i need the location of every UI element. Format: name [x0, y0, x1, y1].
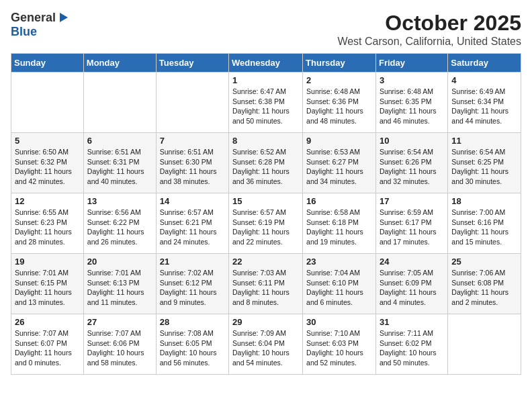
day-info: Sunrise: 7:08 AM Sunset: 6:05 PM Dayligh… [160, 328, 225, 368]
day-info: Sunrise: 7:00 AM Sunset: 6:16 PM Dayligh… [451, 208, 517, 247]
day-info: Sunrise: 6:56 AM Sunset: 6:22 PM Dayligh… [87, 208, 152, 247]
calendar-cell: 26Sunrise: 7:07 AM Sunset: 6:07 PM Dayli… [11, 314, 84, 375]
day-info: Sunrise: 6:48 AM Sunset: 6:35 PM Dayligh… [380, 87, 444, 126]
day-info: Sunrise: 6:48 AM Sunset: 6:36 PM Dayligh… [306, 87, 372, 126]
calendar-cell [448, 314, 521, 375]
logo-text-general: General [11, 11, 56, 25]
calendar-cell: 9Sunrise: 6:53 AM Sunset: 6:27 PM Daylig… [303, 133, 376, 193]
day-number: 6 [87, 136, 152, 146]
calendar-cell: 19Sunrise: 7:01 AM Sunset: 6:15 PM Dayli… [11, 254, 84, 314]
header: General Blue October 2025 West Carson, C… [11, 11, 521, 48]
day-number: 25 [451, 257, 517, 267]
day-info: Sunrise: 7:10 AM Sunset: 6:03 PM Dayligh… [306, 328, 372, 368]
calendar-cell: 20Sunrise: 7:01 AM Sunset: 6:13 PM Dayli… [83, 254, 156, 314]
day-number: 2 [306, 75, 372, 85]
col-monday: Monday [83, 54, 156, 73]
day-number: 31 [380, 317, 444, 327]
day-number: 20 [87, 257, 152, 267]
day-number: 16 [306, 196, 372, 206]
calendar-cell: 11Sunrise: 6:54 AM Sunset: 6:25 PM Dayli… [448, 133, 521, 193]
calendar-cell: 27Sunrise: 7:07 AM Sunset: 6:06 PM Dayli… [83, 314, 156, 375]
week-row-3: 12Sunrise: 6:55 AM Sunset: 6:23 PM Dayli… [11, 193, 521, 254]
calendar-cell: 25Sunrise: 7:06 AM Sunset: 6:08 PM Dayli… [448, 254, 521, 314]
day-number: 30 [306, 317, 372, 327]
day-info: Sunrise: 7:01 AM Sunset: 6:13 PM Dayligh… [87, 268, 152, 308]
month-title: October 2025 [337, 11, 521, 36]
day-info: Sunrise: 6:50 AM Sunset: 6:32 PM Dayligh… [15, 147, 80, 187]
day-number: 22 [232, 257, 299, 267]
day-info: Sunrise: 7:04 AM Sunset: 6:10 PM Dayligh… [306, 268, 372, 308]
calendar-cell: 4Sunrise: 6:49 AM Sunset: 6:34 PM Daylig… [448, 73, 521, 133]
col-sunday: Sunday [11, 54, 84, 73]
day-number: 12 [15, 196, 80, 206]
calendar-cell: 24Sunrise: 7:05 AM Sunset: 6:09 PM Dayli… [375, 254, 447, 314]
day-info: Sunrise: 7:06 AM Sunset: 6:08 PM Dayligh… [451, 268, 517, 308]
day-number: 29 [232, 317, 299, 327]
calendar-cell: 22Sunrise: 7:03 AM Sunset: 6:11 PM Dayli… [229, 254, 303, 314]
calendar-cell: 28Sunrise: 7:08 AM Sunset: 6:05 PM Dayli… [156, 314, 228, 375]
day-number: 28 [160, 317, 225, 327]
calendar-cell: 3Sunrise: 6:48 AM Sunset: 6:35 PM Daylig… [375, 73, 447, 133]
day-info: Sunrise: 6:54 AM Sunset: 6:25 PM Dayligh… [451, 147, 517, 187]
day-info: Sunrise: 6:58 AM Sunset: 6:18 PM Dayligh… [306, 208, 372, 247]
day-info: Sunrise: 6:55 AM Sunset: 6:23 PM Dayligh… [15, 208, 80, 247]
day-number: 23 [306, 257, 372, 267]
day-number: 24 [380, 257, 444, 267]
day-info: Sunrise: 6:49 AM Sunset: 6:34 PM Dayligh… [451, 87, 517, 126]
calendar-cell [156, 73, 228, 133]
header-row: Sunday Monday Tuesday Wednesday Thursday… [11, 54, 521, 73]
day-info: Sunrise: 6:54 AM Sunset: 6:26 PM Dayligh… [380, 147, 444, 187]
day-number: 5 [15, 136, 80, 146]
calendar-cell: 29Sunrise: 7:09 AM Sunset: 6:04 PM Dayli… [229, 314, 303, 375]
col-wednesday: Wednesday [229, 54, 303, 73]
day-number: 7 [160, 136, 225, 146]
day-info: Sunrise: 7:09 AM Sunset: 6:04 PM Dayligh… [232, 328, 299, 368]
day-info: Sunrise: 7:02 AM Sunset: 6:12 PM Dayligh… [160, 268, 225, 308]
day-number: 9 [306, 136, 372, 146]
calendar-cell [83, 73, 156, 133]
col-thursday: Thursday [303, 54, 376, 73]
day-number: 19 [15, 257, 80, 267]
logo-text-blue: Blue [11, 25, 37, 38]
title-area: October 2025 West Carson, California, Un… [337, 11, 521, 48]
calendar-cell: 10Sunrise: 6:54 AM Sunset: 6:26 PM Dayli… [375, 133, 447, 193]
day-info: Sunrise: 6:59 AM Sunset: 6:17 PM Dayligh… [380, 208, 444, 247]
col-tuesday: Tuesday [156, 54, 228, 73]
calendar-cell: 15Sunrise: 6:57 AM Sunset: 6:19 PM Dayli… [229, 193, 303, 254]
day-number: 8 [232, 136, 299, 146]
day-info: Sunrise: 7:11 AM Sunset: 6:02 PM Dayligh… [380, 328, 444, 368]
calendar-cell: 16Sunrise: 6:58 AM Sunset: 6:18 PM Dayli… [303, 193, 376, 254]
day-number: 10 [380, 136, 444, 146]
day-info: Sunrise: 6:53 AM Sunset: 6:27 PM Dayligh… [306, 147, 372, 187]
col-saturday: Saturday [448, 54, 521, 73]
calendar-cell: 17Sunrise: 6:59 AM Sunset: 6:17 PM Dayli… [375, 193, 447, 254]
week-row-5: 26Sunrise: 7:07 AM Sunset: 6:07 PM Dayli… [11, 314, 521, 375]
calendar-cell: 13Sunrise: 6:56 AM Sunset: 6:22 PM Dayli… [83, 193, 156, 254]
calendar-cell: 12Sunrise: 6:55 AM Sunset: 6:23 PM Dayli… [11, 193, 84, 254]
day-info: Sunrise: 6:51 AM Sunset: 6:31 PM Dayligh… [87, 147, 152, 187]
logo-arrow-icon [57, 11, 69, 24]
calendar-cell: 8Sunrise: 6:52 AM Sunset: 6:28 PM Daylig… [229, 133, 303, 193]
day-number: 14 [160, 196, 225, 206]
day-info: Sunrise: 6:47 AM Sunset: 6:38 PM Dayligh… [232, 87, 299, 126]
day-number: 26 [15, 317, 80, 327]
week-row-4: 19Sunrise: 7:01 AM Sunset: 6:15 PM Dayli… [11, 254, 521, 314]
day-info: Sunrise: 7:05 AM Sunset: 6:09 PM Dayligh… [380, 268, 444, 308]
day-number: 1 [232, 75, 299, 85]
col-friday: Friday [375, 54, 447, 73]
calendar-cell: 23Sunrise: 7:04 AM Sunset: 6:10 PM Dayli… [303, 254, 376, 314]
day-number: 27 [87, 317, 152, 327]
day-info: Sunrise: 7:07 AM Sunset: 6:06 PM Dayligh… [87, 328, 152, 368]
day-info: Sunrise: 7:03 AM Sunset: 6:11 PM Dayligh… [232, 268, 299, 308]
calendar-cell [11, 73, 84, 133]
day-info: Sunrise: 7:01 AM Sunset: 6:15 PM Dayligh… [15, 268, 80, 308]
calendar-table: Sunday Monday Tuesday Wednesday Thursday… [11, 53, 521, 375]
day-info: Sunrise: 6:51 AM Sunset: 6:30 PM Dayligh… [160, 147, 225, 187]
calendar-cell: 2Sunrise: 6:48 AM Sunset: 6:36 PM Daylig… [303, 73, 376, 133]
week-row-1: 1Sunrise: 6:47 AM Sunset: 6:38 PM Daylig… [11, 73, 521, 133]
location-title: West Carson, California, United States [337, 36, 521, 48]
week-row-2: 5Sunrise: 6:50 AM Sunset: 6:32 PM Daylig… [11, 133, 521, 193]
calendar-cell: 7Sunrise: 6:51 AM Sunset: 6:30 PM Daylig… [156, 133, 228, 193]
day-number: 11 [451, 136, 517, 146]
day-info: Sunrise: 7:07 AM Sunset: 6:07 PM Dayligh… [15, 328, 80, 368]
